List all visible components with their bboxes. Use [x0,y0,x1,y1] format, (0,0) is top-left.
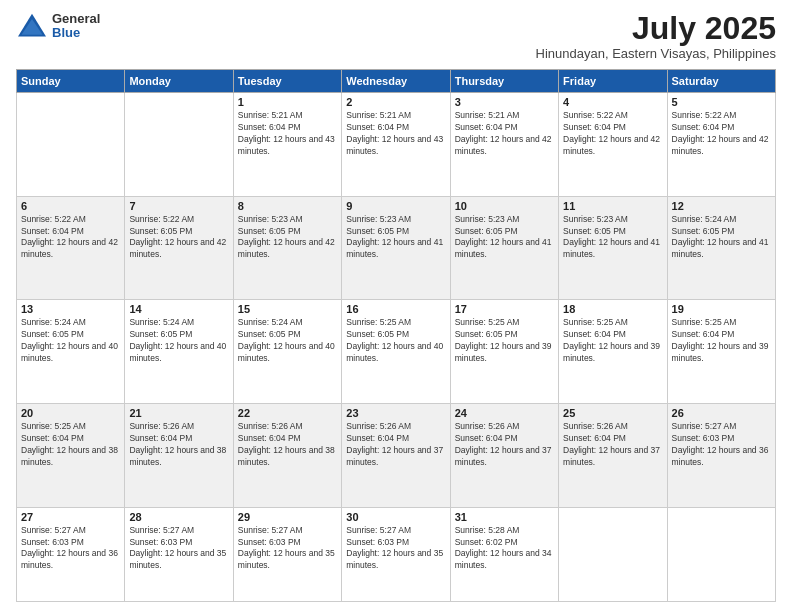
table-row: 12Sunrise: 5:24 AMSunset: 6:05 PMDayligh… [667,196,775,300]
cell-info: Sunrise: 5:26 AMSunset: 6:04 PMDaylight:… [563,421,662,469]
table-row: 20Sunrise: 5:25 AMSunset: 6:04 PMDayligh… [17,404,125,508]
table-row [125,93,233,197]
cell-info: Sunrise: 5:24 AMSunset: 6:05 PMDaylight:… [238,317,337,365]
day-number: 7 [129,200,228,212]
cell-info: Sunrise: 5:25 AMSunset: 6:04 PMDaylight:… [672,317,771,365]
day-number: 22 [238,407,337,419]
table-row: 9Sunrise: 5:23 AMSunset: 6:05 PMDaylight… [342,196,450,300]
cell-info: Sunrise: 5:23 AMSunset: 6:05 PMDaylight:… [238,214,337,262]
cell-info: Sunrise: 5:25 AMSunset: 6:04 PMDaylight:… [21,421,120,469]
day-number: 26 [672,407,771,419]
col-sunday: Sunday [17,70,125,93]
cell-info: Sunrise: 5:28 AMSunset: 6:02 PMDaylight:… [455,525,554,573]
table-row: 22Sunrise: 5:26 AMSunset: 6:04 PMDayligh… [233,404,341,508]
table-row: 26Sunrise: 5:27 AMSunset: 6:03 PMDayligh… [667,404,775,508]
cell-info: Sunrise: 5:26 AMSunset: 6:04 PMDaylight:… [238,421,337,469]
table-row: 23Sunrise: 5:26 AMSunset: 6:04 PMDayligh… [342,404,450,508]
cell-info: Sunrise: 5:21 AMSunset: 6:04 PMDaylight:… [238,110,337,158]
cell-info: Sunrise: 5:26 AMSunset: 6:04 PMDaylight:… [346,421,445,469]
day-number: 20 [21,407,120,419]
day-number: 23 [346,407,445,419]
table-row: 8Sunrise: 5:23 AMSunset: 6:05 PMDaylight… [233,196,341,300]
day-number: 27 [21,511,120,523]
table-row: 14Sunrise: 5:24 AMSunset: 6:05 PMDayligh… [125,300,233,404]
logo-general: General [52,12,100,26]
day-number: 10 [455,200,554,212]
table-row: 16Sunrise: 5:25 AMSunset: 6:05 PMDayligh… [342,300,450,404]
cell-info: Sunrise: 5:24 AMSunset: 6:05 PMDaylight:… [129,317,228,365]
table-row: 30Sunrise: 5:27 AMSunset: 6:03 PMDayligh… [342,507,450,601]
cell-info: Sunrise: 5:27 AMSunset: 6:03 PMDaylight:… [21,525,120,573]
day-number: 17 [455,303,554,315]
cell-info: Sunrise: 5:23 AMSunset: 6:05 PMDaylight:… [563,214,662,262]
table-row: 7Sunrise: 5:22 AMSunset: 6:05 PMDaylight… [125,196,233,300]
table-row: 10Sunrise: 5:23 AMSunset: 6:05 PMDayligh… [450,196,558,300]
table-row: 11Sunrise: 5:23 AMSunset: 6:05 PMDayligh… [559,196,667,300]
cell-info: Sunrise: 5:25 AMSunset: 6:04 PMDaylight:… [563,317,662,365]
table-row: 19Sunrise: 5:25 AMSunset: 6:04 PMDayligh… [667,300,775,404]
title-block: July 2025 Hinundayan, Eastern Visayas, P… [536,12,776,61]
table-row: 27Sunrise: 5:27 AMSunset: 6:03 PMDayligh… [17,507,125,601]
col-tuesday: Tuesday [233,70,341,93]
logo: General Blue [16,12,100,41]
logo-icon [16,12,48,40]
cell-info: Sunrise: 5:24 AMSunset: 6:05 PMDaylight:… [21,317,120,365]
col-monday: Monday [125,70,233,93]
day-number: 16 [346,303,445,315]
day-number: 5 [672,96,771,108]
cell-info: Sunrise: 5:27 AMSunset: 6:03 PMDaylight:… [129,525,228,573]
col-wednesday: Wednesday [342,70,450,93]
day-number: 14 [129,303,228,315]
cell-info: Sunrise: 5:27 AMSunset: 6:03 PMDaylight:… [346,525,445,573]
cell-info: Sunrise: 5:22 AMSunset: 6:04 PMDaylight:… [563,110,662,158]
day-number: 18 [563,303,662,315]
table-row: 1Sunrise: 5:21 AMSunset: 6:04 PMDaylight… [233,93,341,197]
table-row: 21Sunrise: 5:26 AMSunset: 6:04 PMDayligh… [125,404,233,508]
table-row: 31Sunrise: 5:28 AMSunset: 6:02 PMDayligh… [450,507,558,601]
day-number: 9 [346,200,445,212]
logo-text: General Blue [52,12,100,41]
table-row: 6Sunrise: 5:22 AMSunset: 6:04 PMDaylight… [17,196,125,300]
calendar-week-row: 27Sunrise: 5:27 AMSunset: 6:03 PMDayligh… [17,507,776,601]
cell-info: Sunrise: 5:27 AMSunset: 6:03 PMDaylight:… [672,421,771,469]
table-row [559,507,667,601]
table-row: 29Sunrise: 5:27 AMSunset: 6:03 PMDayligh… [233,507,341,601]
cell-info: Sunrise: 5:23 AMSunset: 6:05 PMDaylight:… [455,214,554,262]
table-row: 3Sunrise: 5:21 AMSunset: 6:04 PMDaylight… [450,93,558,197]
table-row: 25Sunrise: 5:26 AMSunset: 6:04 PMDayligh… [559,404,667,508]
location-title: Hinundayan, Eastern Visayas, Philippines [536,46,776,61]
day-number: 1 [238,96,337,108]
cell-info: Sunrise: 5:26 AMSunset: 6:04 PMDaylight:… [129,421,228,469]
table-row: 5Sunrise: 5:22 AMSunset: 6:04 PMDaylight… [667,93,775,197]
cell-info: Sunrise: 5:26 AMSunset: 6:04 PMDaylight:… [455,421,554,469]
day-number: 21 [129,407,228,419]
calendar-week-row: 1Sunrise: 5:21 AMSunset: 6:04 PMDaylight… [17,93,776,197]
col-saturday: Saturday [667,70,775,93]
calendar-week-row: 6Sunrise: 5:22 AMSunset: 6:04 PMDaylight… [17,196,776,300]
day-number: 19 [672,303,771,315]
day-number: 30 [346,511,445,523]
day-number: 8 [238,200,337,212]
col-thursday: Thursday [450,70,558,93]
cell-info: Sunrise: 5:25 AMSunset: 6:05 PMDaylight:… [455,317,554,365]
day-number: 29 [238,511,337,523]
calendar-header-row: Sunday Monday Tuesday Wednesday Thursday… [17,70,776,93]
day-number: 24 [455,407,554,419]
day-number: 2 [346,96,445,108]
table-row: 2Sunrise: 5:21 AMSunset: 6:04 PMDaylight… [342,93,450,197]
cell-info: Sunrise: 5:22 AMSunset: 6:04 PMDaylight:… [672,110,771,158]
table-row: 13Sunrise: 5:24 AMSunset: 6:05 PMDayligh… [17,300,125,404]
table-row [17,93,125,197]
calendar-week-row: 20Sunrise: 5:25 AMSunset: 6:04 PMDayligh… [17,404,776,508]
day-number: 25 [563,407,662,419]
header: General Blue July 2025 Hinundayan, Easte… [16,12,776,61]
day-number: 13 [21,303,120,315]
day-number: 6 [21,200,120,212]
day-number: 12 [672,200,771,212]
table-row: 15Sunrise: 5:24 AMSunset: 6:05 PMDayligh… [233,300,341,404]
table-row: 18Sunrise: 5:25 AMSunset: 6:04 PMDayligh… [559,300,667,404]
cell-info: Sunrise: 5:24 AMSunset: 6:05 PMDaylight:… [672,214,771,262]
table-row: 17Sunrise: 5:25 AMSunset: 6:05 PMDayligh… [450,300,558,404]
day-number: 11 [563,200,662,212]
day-number: 31 [455,511,554,523]
